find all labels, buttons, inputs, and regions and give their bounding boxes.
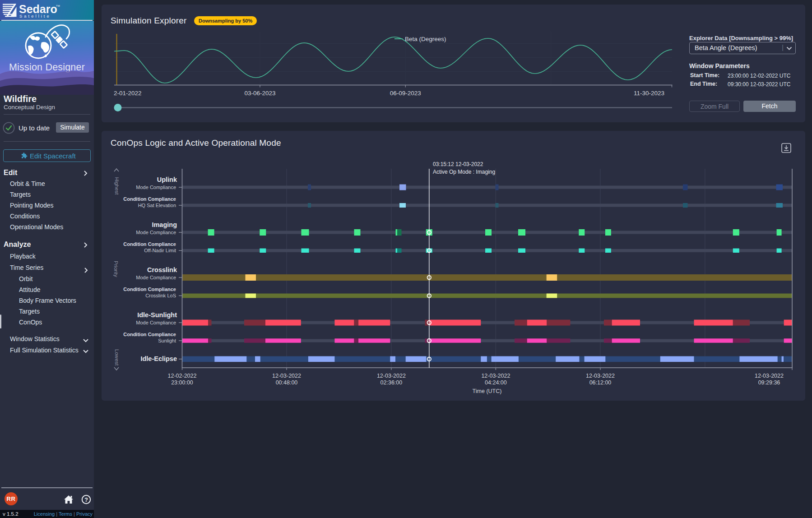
- svg-text:Active Op Mode : Imaging: Active Op Mode : Imaging: [433, 169, 495, 175]
- svg-text:12-03-2022: 12-03-2022: [481, 373, 510, 379]
- svg-text:Condition Compliance: Condition Compliance: [123, 196, 176, 202]
- svg-text:12-03-2022: 12-03-2022: [272, 373, 301, 379]
- svg-text:TM: TM: [56, 5, 60, 7]
- svg-text:12-03-2022: 12-03-2022: [586, 373, 615, 379]
- svg-text:Off-Nadir Limit: Off-Nadir Limit: [144, 248, 176, 253]
- svg-text:Condition Compliance: Condition Compliance: [123, 241, 176, 247]
- svg-text:03:15:12 12-03-2022: 03:15:12 12-03-2022: [433, 161, 483, 167]
- svg-text:Satellite: Satellite: [19, 14, 51, 18]
- svg-text:Condition Compliance: Condition Compliance: [123, 287, 176, 292]
- svg-text:Time (UTC): Time (UTC): [473, 388, 502, 394]
- svg-text:Sunlight: Sunlight: [158, 338, 176, 343]
- svg-text:Imaging: Imaging: [152, 221, 177, 228]
- svg-text:Mode Compliance: Mode Compliance: [136, 275, 176, 280]
- svg-text:HQ Sat Elevation: HQ Sat Elevation: [138, 203, 176, 208]
- svg-text:Idle-Eclipse: Idle-Eclipse: [140, 355, 177, 362]
- svg-text:09:29:36: 09:29:36: [758, 379, 780, 386]
- svg-text:23:00:00: 23:00:00: [171, 379, 193, 386]
- svg-text:Condition Compliance: Condition Compliance: [123, 332, 176, 337]
- svg-text:Highest: Highest: [114, 177, 120, 195]
- svg-text:04:24:00: 04:24:00: [485, 379, 507, 386]
- svg-text:00:48:00: 00:48:00: [276, 379, 298, 386]
- svg-text:12-02-2022: 12-02-2022: [168, 373, 197, 379]
- svg-text:Lowest: Lowest: [114, 349, 120, 366]
- svg-text:Priority: Priority: [113, 261, 119, 277]
- svg-text:Crosslink LoS: Crosslink LoS: [145, 293, 176, 298]
- svg-text:02:36:00: 02:36:00: [380, 379, 403, 386]
- svg-text:Idle-Sunlight: Idle-Sunlight: [137, 311, 177, 319]
- svg-text:06:12:00: 06:12:00: [589, 379, 612, 386]
- svg-text:12-03-2022: 12-03-2022: [755, 373, 784, 379]
- svg-text:Mission Designer: Mission Designer: [9, 62, 85, 73]
- svg-text:Beta (Degrees): Beta (Degrees): [405, 36, 446, 42]
- svg-text:03-06-2023: 03-06-2023: [244, 90, 275, 97]
- svg-text:2-01-2022: 2-01-2022: [114, 90, 142, 97]
- svg-text:06-09-2023: 06-09-2023: [390, 90, 421, 97]
- svg-text:Mode Compliance: Mode Compliance: [136, 185, 176, 190]
- svg-text:Mode Compliance: Mode Compliance: [136, 230, 176, 235]
- svg-text:Mode Compliance: Mode Compliance: [136, 320, 176, 325]
- svg-text:11-30-2023: 11-30-2023: [634, 90, 664, 97]
- svg-text:Uplink: Uplink: [157, 176, 177, 183]
- svg-text:Crosslink: Crosslink: [147, 266, 177, 273]
- svg-text:12-03-2022: 12-03-2022: [377, 373, 406, 379]
- svg-text:?: ?: [84, 497, 88, 503]
